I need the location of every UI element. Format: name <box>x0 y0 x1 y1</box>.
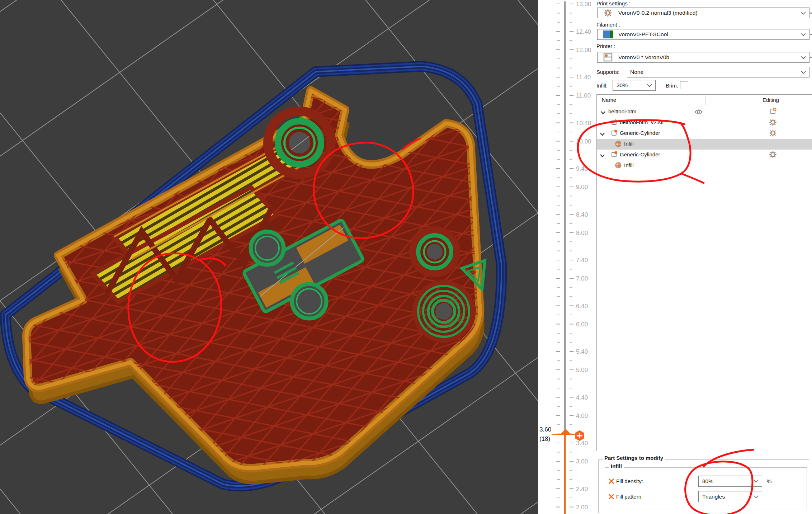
ruler-label: 9.00 <box>576 184 588 190</box>
printer-dropdown[interactable]: VoronV0 * VoronV0b <box>597 52 809 63</box>
slicer-window: 13.0012.4012.0011.4011.0010.4010.009.409… <box>0 0 812 514</box>
ruler-label: 10.00 <box>576 138 591 145</box>
chevron-down-icon <box>801 56 806 59</box>
filament-color-swatch <box>598 30 618 39</box>
tree-row-generic-cylinder[interactable]: Generic-Cylinder <box>597 150 812 160</box>
object-tree: Name Editing belttool-btmbelttool-btm_v2… <box>596 94 812 451</box>
tree-name-header: Name <box>602 97 616 103</box>
tree-row-label: Infill <box>624 141 634 147</box>
3d-viewport[interactable] <box>0 0 538 514</box>
ruler-label: 7.00 <box>576 275 588 282</box>
tree-row-label: Generic-Cylinder <box>620 130 660 136</box>
ruler-label: 12.00 <box>576 47 591 53</box>
green-modifier-ring-right <box>412 230 457 274</box>
printer-value: VoronV0 * VoronV0b <box>618 54 801 61</box>
infill-group-title: Infill <box>609 463 624 469</box>
tree-row-belttool-btm[interactable]: belttool-btm <box>597 107 812 117</box>
ruler-label: 3.00 <box>576 458 588 465</box>
ruler-label: 13.00 <box>576 1 591 8</box>
green-spiral-bottom-right <box>415 283 472 340</box>
printer-icon <box>598 53 618 62</box>
part-settings-title: Part Settings to modify <box>603 455 665 461</box>
remove-setting-x-icon[interactable] <box>608 494 614 500</box>
infill-groupbox <box>605 467 807 509</box>
slider-track-lower[interactable] <box>564 434 566 514</box>
settings-panel: Print settings : VoronV0-0.2-normal3 (mo… <box>595 0 812 514</box>
print-settings-label: Print settings : <box>596 0 631 6</box>
ruler-label: 5.40 <box>576 348 588 355</box>
filament-value: VoronV0-PETGCool <box>618 31 801 38</box>
gear-icon[interactable] <box>769 151 777 160</box>
chevron-down-icon <box>801 71 806 74</box>
filament-dropdown[interactable]: VoronV0-PETGCool <box>597 29 809 40</box>
chevron-down-icon[interactable] <box>600 131 605 137</box>
tree-row-label: belttool-btm <box>608 108 636 114</box>
tree-row-infill[interactable]: Infill <box>597 160 812 171</box>
ruler-label: 6.40 <box>576 303 588 310</box>
tree-row-label: Infill <box>624 162 634 168</box>
ruler-label: 4.00 <box>576 412 588 419</box>
tree-row-infill[interactable]: Infill <box>597 139 812 150</box>
field-dropdown-fill-pattern-[interactable]: Triangles <box>698 491 762 502</box>
tree-row-label: Generic-Cylinder <box>620 151 660 157</box>
tree-row-generic-cylinder[interactable]: Generic-Cylinder <box>597 128 812 139</box>
ruler-label: 9.40 <box>576 165 588 172</box>
gear-icon[interactable] <box>769 118 777 127</box>
chevron-down-icon <box>801 11 806 15</box>
ruler-label: 6.00 <box>576 321 588 328</box>
field-value: 80% <box>702 478 754 485</box>
layer-slider-value: 3.60 <box>539 426 551 433</box>
ruler-label: 2.40 <box>576 486 588 492</box>
ruler-label: 4.40 <box>576 394 588 401</box>
panel-edge-mark <box>810 57 812 58</box>
tree-row-belttool-btm-v2-stl[interactable]: belttool-btm_v2.stl <box>597 117 812 128</box>
ruler-label: 10.40 <box>576 120 591 127</box>
infill-value: 30% <box>617 82 647 89</box>
ruler-label: 11.40 <box>576 74 591 81</box>
gear-icon[interactable] <box>769 129 777 138</box>
remove-setting-x-icon[interactable] <box>608 478 614 484</box>
green-modifier-ring-top <box>268 111 331 174</box>
supports-value: None <box>630 69 801 75</box>
brim-label: Brim: <box>666 82 678 89</box>
object-tree-header: Name Editing <box>597 95 812 106</box>
supports-dropdown[interactable]: None <box>627 67 809 77</box>
chevron-down-icon[interactable] <box>600 153 605 159</box>
sliced-model-preview <box>0 0 538 514</box>
layer-slider[interactable]: 13.0012.4012.0011.4011.0010.4010.009.409… <box>538 0 596 514</box>
part-dot-icon <box>610 129 618 138</box>
header-separator <box>691 96 691 105</box>
ruler-label: 2.00 <box>576 504 588 511</box>
plus-glyph <box>579 433 580 438</box>
panel-edge-mark <box>810 13 812 14</box>
tree-row-label: belttool-btm_v2.stl <box>620 119 664 125</box>
print-settings-gear-icon <box>598 9 618 17</box>
chevron-down-icon[interactable] <box>600 110 606 116</box>
print-settings-value: VoronV0-0.2-normal3 (modified) <box>618 10 801 16</box>
ruler-label: 8.00 <box>576 230 588 236</box>
ruler-label: 7.40 <box>576 257 588 264</box>
header-separator <box>705 96 706 105</box>
filament-label: Filament : <box>596 22 620 28</box>
ruler-label: 11.00 <box>576 92 591 99</box>
chevron-down-icon <box>647 84 652 87</box>
field-suffix: % <box>767 478 771 484</box>
layer-slider-layer-number: (18) <box>539 435 550 443</box>
infill-icon <box>615 162 622 170</box>
edit-object-icon[interactable] <box>769 108 777 117</box>
infill-dropdown[interactable]: 30% <box>613 80 656 91</box>
tree-editing-header: Editing <box>763 97 779 103</box>
field-dropdown-fill-density-[interactable]: 80% <box>698 476 762 487</box>
field-label: Fill pattern: <box>616 494 643 500</box>
ruler-label: 3.40 <box>576 440 588 447</box>
supports-label: Supports: <box>596 69 619 75</box>
infill-icon <box>615 140 622 148</box>
slider-track-upper[interactable] <box>564 1 566 432</box>
infill-label: Infill: <box>596 82 608 89</box>
chevron-down-icon <box>754 495 759 498</box>
ruler-label: 5.00 <box>576 367 588 373</box>
eye-icon[interactable] <box>694 109 703 116</box>
brim-checkbox[interactable] <box>680 81 688 89</box>
slider-thumb[interactable] <box>560 429 571 435</box>
print-settings-dropdown[interactable]: VoronV0-0.2-normal3 (modified) <box>597 8 809 18</box>
